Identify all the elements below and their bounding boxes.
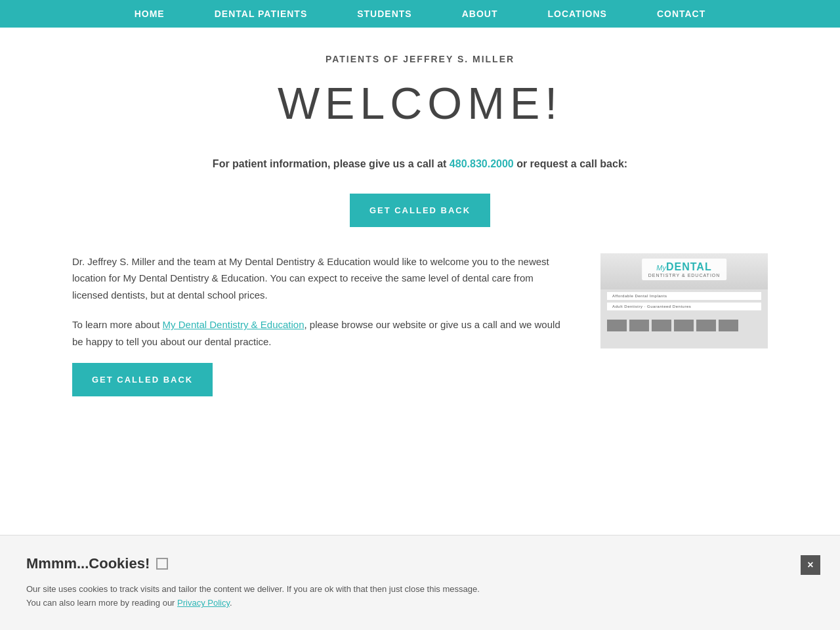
sign-1: Affordable Dental Implants <box>607 292 761 300</box>
get-called-back-bottom-button[interactable]: GET CALLED BACK <box>72 363 213 396</box>
nav-contact[interactable]: CONTACT <box>632 9 730 19</box>
window <box>696 320 716 331</box>
paragraph-2: To learn more about My Dental Dentistry … <box>72 316 561 350</box>
nav-home[interactable]: HOME <box>110 9 190 19</box>
logo-sub: DENTISTRY & EDUCATION <box>648 273 721 278</box>
call-info-prefix: For patient information, please give us … <box>213 158 450 169</box>
window <box>674 320 694 331</box>
get-called-back-top-button[interactable]: GET CALLED BACK <box>350 194 490 227</box>
dental-link[interactable]: My Dental Dentistry & Education <box>163 319 304 330</box>
nav-locations[interactable]: LOCATIONS <box>522 9 631 19</box>
phone-link[interactable]: 480.830.2000 <box>450 158 514 169</box>
call-info-suffix: or request a call back: <box>514 158 627 169</box>
image-block: MyDENTAL DENTISTRY & EDUCATION Affordabl… <box>600 253 768 348</box>
get-called-back-top-container: GET CALLED BACK <box>72 194 768 227</box>
welcome-heading: WELCOME! <box>72 77 768 129</box>
nav-students[interactable]: STUDENTS <box>332 9 436 19</box>
dental-logo: MyDENTAL DENTISTRY & EDUCATION <box>642 259 727 280</box>
building-windows <box>600 313 768 338</box>
page-subtitle: PATIENTS OF JEFFREY S. MILLER <box>72 54 768 64</box>
main-nav: HOME DENTAL PATIENTS STUDENTS ABOUT LOCA… <box>0 0 840 28</box>
nav-dental-patients[interactable]: DENTAL PATIENTS <box>190 9 333 19</box>
text-block: Dr. Jeffrey S. Miller and the team at My… <box>72 253 561 410</box>
dental-building-image: MyDENTAL DENTISTRY & EDUCATION Affordabl… <box>600 253 768 348</box>
get-called-back-bottom-container: GET CALLED BACK <box>72 363 561 396</box>
main-content: PATIENTS OF JEFFREY S. MILLER WELCOME! F… <box>59 28 781 462</box>
window <box>719 320 738 331</box>
logo-my: My <box>656 264 666 272</box>
nav-about[interactable]: ABOUT <box>437 9 523 19</box>
content-section: Dr. Jeffrey S. Miller and the team at My… <box>72 253 768 410</box>
paragraph-1: Dr. Jeffrey S. Miller and the team at My… <box>72 253 561 304</box>
call-info: For patient information, please give us … <box>72 155 768 174</box>
building-facade: Affordable Dental Implants Adult Dentist… <box>600 289 768 348</box>
logo-dental: DENTAL <box>666 261 712 272</box>
window <box>607 320 627 331</box>
sign-2: Adult Dentistry · Guaranteed Dentures <box>607 303 761 310</box>
window <box>652 320 671 331</box>
paragraph-2-prefix: To learn more about <box>72 319 163 330</box>
window <box>629 320 649 331</box>
